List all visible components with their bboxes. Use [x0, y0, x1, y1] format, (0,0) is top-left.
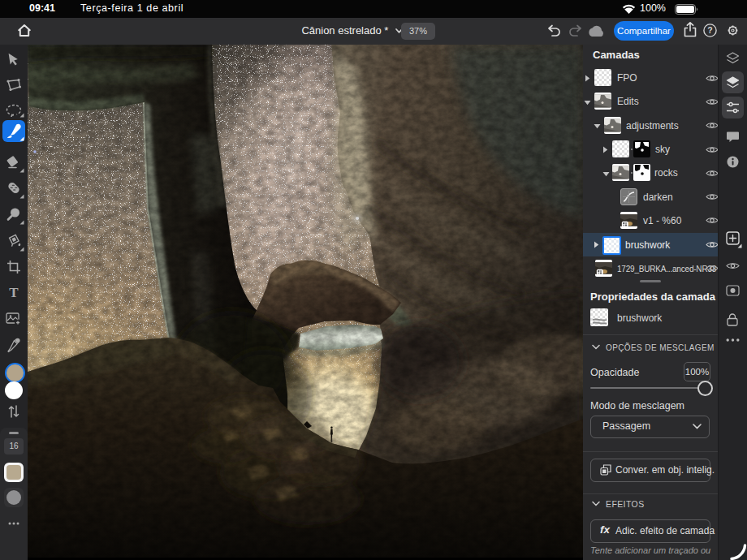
svg-text:T: T: [9, 286, 19, 300]
svg-text:?: ?: [707, 25, 712, 35]
